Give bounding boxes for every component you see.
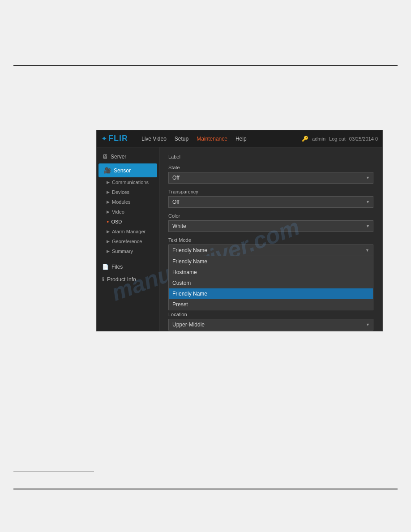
nav-datetime: 03/25/2014 0 [349, 136, 378, 142]
top-decorative-line [13, 65, 398, 66]
server-icon: 🖥 [102, 153, 108, 160]
state-select[interactable]: Off On [168, 172, 373, 184]
sidebar-osd-label: OSD [111, 219, 122, 224]
bottom-decorative-line [13, 489, 398, 489]
state-field-group: State Off On [168, 165, 373, 184]
nav-live-video[interactable]: Live Video [141, 136, 167, 142]
main-ui-container: ✦ FLIR Live Video Setup Maintenance Help… [96, 130, 383, 331]
nav-links: Live Video Setup Maintenance Help [141, 136, 302, 142]
color-select[interactable]: White Black Red Green Blue Yellow [168, 220, 373, 232]
text-mode-option-friendly-name-1[interactable]: Friendly Name [169, 256, 373, 267]
sidebar-server-label: Server [111, 154, 126, 160]
label-field-group: Label [168, 154, 373, 159]
sidebar-separator [97, 256, 159, 258]
nav-right: 🔑 admin Log out 03/25/2014 0 [302, 136, 378, 142]
transparency-field-group: Transparency Off Low Medium High [168, 189, 373, 208]
sidebar-item-communications[interactable]: ▶ Communications [97, 177, 159, 187]
location-field-group: Location Upper-Left Upper-Middle Upper-R… [168, 312, 373, 330]
color-label: Color [168, 213, 373, 219]
content-area: 🖥 Server 🎥 Sensor ▶ Communications ▶ Dev… [97, 147, 382, 331]
text-mode-value: Friendly Name [172, 247, 207, 253]
arrow-icon: ▶ [107, 180, 110, 184]
arrow-icon-5: ▶ [107, 229, 110, 234]
sidebar-item-osd[interactable]: ● OSD [97, 217, 159, 227]
nav-logo: ✦ FLIR [101, 134, 128, 143]
text-mode-option-preset[interactable]: Preset [169, 299, 373, 310]
sidebar-modules-label: Modules [112, 199, 131, 205]
text-mode-dropdown-container: Friendly Name ▼ Friendly Name Hostname C… [168, 245, 373, 256]
key-icon: 🔑 [302, 136, 308, 142]
nav-username: admin [312, 136, 325, 142]
sidebar-item-alarm-manager[interactable]: ▶ Alarm Manager [97, 227, 159, 236]
state-select-wrapper: Off On [168, 172, 373, 184]
arrow-icon-7: ▶ [107, 249, 110, 253]
sidebar-sensor-label: Sensor [114, 167, 131, 174]
sidebar-alarm-label: Alarm Manager [112, 229, 146, 234]
nav-maintenance[interactable]: Maintenance [197, 136, 227, 142]
location-select-wrapper: Upper-Left Upper-Middle Upper-Right Lowe… [168, 319, 373, 330]
sidebar-item-files[interactable]: 📄 Files [97, 261, 159, 273]
sidebar-geo-label: Georeference [112, 239, 142, 244]
sidebar-item-sensor[interactable]: 🎥 Sensor [98, 163, 157, 177]
sidebar-item-server[interactable]: 🖥 Server [97, 150, 159, 163]
sidebar-item-modules[interactable]: ▶ Modules [97, 197, 159, 207]
arrow-icon-6: ▶ [107, 239, 110, 244]
sensor-icon: 🎥 [104, 167, 111, 174]
nav-help[interactable]: Help [235, 136, 247, 142]
text-mode-dropdown-list: Friendly Name Hostname Custom Friendly N… [168, 256, 373, 310]
transparency-select[interactable]: Off Low Medium High [168, 196, 373, 208]
dropdown-chevron-icon: ▼ [365, 248, 369, 253]
nav-bar: ✦ FLIR Live Video Setup Maintenance Help… [97, 130, 382, 147]
arrow-icon-2: ▶ [107, 190, 110, 194]
sidebar-summary-label: Summary [112, 249, 133, 254]
main-panel: Label State Off On Transparency Off [159, 147, 382, 331]
arrow-icon-4: ▶ [107, 210, 110, 214]
arrow-icon-3: ▶ [107, 200, 110, 204]
flir-logo-text: FLIR [108, 134, 128, 143]
nav-logout[interactable]: Log out [329, 136, 346, 142]
sidebar-communications-label: Communications [112, 180, 149, 185]
sidebar-product-label: Product Info [107, 276, 136, 283]
info-icon: ℹ [102, 276, 104, 283]
transparency-label: Transparency [168, 189, 373, 194]
nav-setup[interactable]: Setup [175, 136, 188, 142]
text-mode-option-friendly-name-2[interactable]: Friendly Name [169, 288, 373, 299]
color-field-group: Color White Black Red Green Blue Yellow [168, 213, 373, 232]
flir-logo-icon: ✦ [101, 134, 107, 143]
sidebar: 🖥 Server 🎥 Sensor ▶ Communications ▶ Dev… [97, 147, 159, 331]
sidebar-item-product-info[interactable]: ℹ Product Info [97, 273, 159, 286]
osd-icon: ● [107, 219, 109, 224]
text-mode-field-group: Text Mode Friendly Name ▼ Friendly Name … [168, 237, 373, 256]
location-label: Location [168, 312, 373, 317]
sidebar-item-video[interactable]: ▶ Video [97, 207, 159, 217]
sidebar-devices-label: Devices [112, 189, 129, 195]
transparency-select-wrapper: Off Low Medium High [168, 196, 373, 208]
sidebar-video-label: Video [112, 209, 124, 215]
files-icon: 📄 [102, 264, 109, 270]
sidebar-item-summary[interactable]: ▶ Summary [97, 246, 159, 256]
text-mode-trigger[interactable]: Friendly Name ▼ [168, 245, 373, 256]
text-mode-label: Text Mode [168, 237, 373, 243]
location-select[interactable]: Upper-Left Upper-Middle Upper-Right Lowe… [168, 319, 373, 330]
sidebar-files-label: Files [111, 264, 123, 270]
label-field-label: Label [168, 154, 373, 159]
sidebar-item-georeference[interactable]: ▶ Georeference [97, 236, 159, 246]
bottom-short-decorative-line [13, 471, 94, 472]
color-select-wrapper: White Black Red Green Blue Yellow [168, 220, 373, 232]
text-mode-option-custom[interactable]: Custom [169, 278, 373, 288]
state-label: State [168, 165, 373, 170]
sidebar-item-devices[interactable]: ▶ Devices [97, 187, 159, 197]
text-mode-option-hostname[interactable]: Hostname [169, 267, 373, 278]
